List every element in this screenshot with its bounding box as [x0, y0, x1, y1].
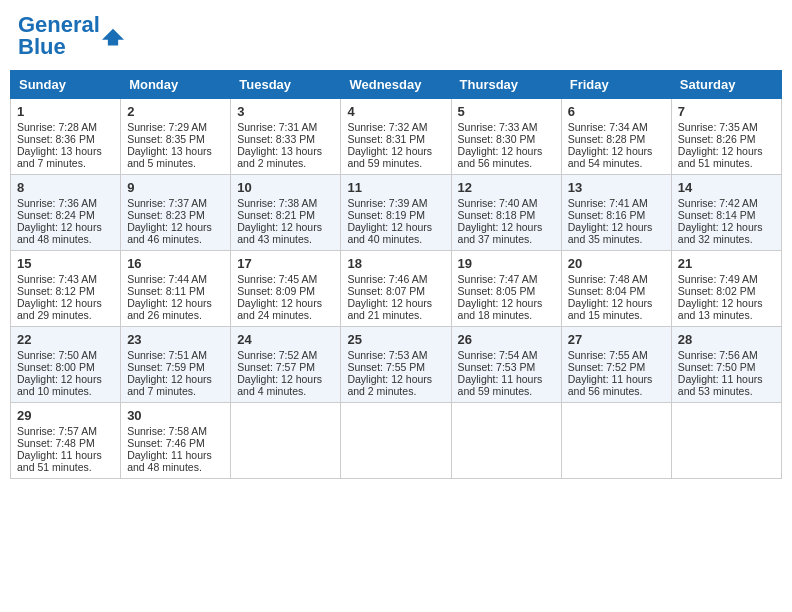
- calendar-cell: 5Sunrise: 7:33 AMSunset: 8:30 PMDaylight…: [451, 99, 561, 175]
- calendar-cell: 11Sunrise: 7:39 AMSunset: 8:19 PMDayligh…: [341, 175, 451, 251]
- sunset-text: Sunset: 8:36 PM: [17, 133, 114, 145]
- day-number: 2: [127, 104, 224, 119]
- day-number: 20: [568, 256, 665, 271]
- page-header: GeneralBlue: [10, 10, 782, 62]
- sunrise-text: Sunrise: 7:52 AM: [237, 349, 334, 361]
- day-number: 12: [458, 180, 555, 195]
- calendar-cell: 27Sunrise: 7:55 AMSunset: 7:52 PMDayligh…: [561, 327, 671, 403]
- svg-marker-0: [102, 29, 124, 46]
- col-header-tuesday: Tuesday: [231, 71, 341, 99]
- calendar-week-4: 22Sunrise: 7:50 AMSunset: 8:00 PMDayligh…: [11, 327, 782, 403]
- day-number: 14: [678, 180, 775, 195]
- calendar-cell: 24Sunrise: 7:52 AMSunset: 7:57 PMDayligh…: [231, 327, 341, 403]
- daylight-text: Daylight: 12 hours and 13 minutes.: [678, 297, 775, 321]
- logo-icon: [102, 25, 124, 47]
- calendar-cell: 12Sunrise: 7:40 AMSunset: 8:18 PMDayligh…: [451, 175, 561, 251]
- day-number: 22: [17, 332, 114, 347]
- day-number: 27: [568, 332, 665, 347]
- calendar-header-row: SundayMondayTuesdayWednesdayThursdayFrid…: [11, 71, 782, 99]
- calendar-cell: 1Sunrise: 7:28 AMSunset: 8:36 PMDaylight…: [11, 99, 121, 175]
- daylight-text: Daylight: 12 hours and 51 minutes.: [678, 145, 775, 169]
- calendar-week-5: 29Sunrise: 7:57 AMSunset: 7:48 PMDayligh…: [11, 403, 782, 479]
- sunrise-text: Sunrise: 7:54 AM: [458, 349, 555, 361]
- sunrise-text: Sunrise: 7:40 AM: [458, 197, 555, 209]
- col-header-sunday: Sunday: [11, 71, 121, 99]
- day-number: 21: [678, 256, 775, 271]
- calendar-cell: 9Sunrise: 7:37 AMSunset: 8:23 PMDaylight…: [121, 175, 231, 251]
- calendar-cell: 21Sunrise: 7:49 AMSunset: 8:02 PMDayligh…: [671, 251, 781, 327]
- day-number: 28: [678, 332, 775, 347]
- calendar-cell: [231, 403, 341, 479]
- daylight-text: Daylight: 13 hours and 5 minutes.: [127, 145, 224, 169]
- calendar-cell: 28Sunrise: 7:56 AMSunset: 7:50 PMDayligh…: [671, 327, 781, 403]
- sunset-text: Sunset: 8:09 PM: [237, 285, 334, 297]
- sunrise-text: Sunrise: 7:55 AM: [568, 349, 665, 361]
- sunrise-text: Sunrise: 7:44 AM: [127, 273, 224, 285]
- sunrise-text: Sunrise: 7:47 AM: [458, 273, 555, 285]
- calendar-cell: 4Sunrise: 7:32 AMSunset: 8:31 PMDaylight…: [341, 99, 451, 175]
- sunrise-text: Sunrise: 7:39 AM: [347, 197, 444, 209]
- calendar-cell: 26Sunrise: 7:54 AMSunset: 7:53 PMDayligh…: [451, 327, 561, 403]
- sunset-text: Sunset: 8:23 PM: [127, 209, 224, 221]
- day-number: 10: [237, 180, 334, 195]
- sunrise-text: Sunrise: 7:45 AM: [237, 273, 334, 285]
- sunset-text: Sunset: 8:31 PM: [347, 133, 444, 145]
- sunset-text: Sunset: 8:33 PM: [237, 133, 334, 145]
- sunrise-text: Sunrise: 7:50 AM: [17, 349, 114, 361]
- sunset-text: Sunset: 7:57 PM: [237, 361, 334, 373]
- sunset-text: Sunset: 8:26 PM: [678, 133, 775, 145]
- daylight-text: Daylight: 12 hours and 43 minutes.: [237, 221, 334, 245]
- daylight-text: Daylight: 12 hours and 35 minutes.: [568, 221, 665, 245]
- logo-text: GeneralBlue: [18, 14, 100, 58]
- sunset-text: Sunset: 7:46 PM: [127, 437, 224, 449]
- calendar-week-2: 8Sunrise: 7:36 AMSunset: 8:24 PMDaylight…: [11, 175, 782, 251]
- sunrise-text: Sunrise: 7:35 AM: [678, 121, 775, 133]
- sunset-text: Sunset: 8:18 PM: [458, 209, 555, 221]
- sunrise-text: Sunrise: 7:48 AM: [568, 273, 665, 285]
- daylight-text: Daylight: 12 hours and 7 minutes.: [127, 373, 224, 397]
- daylight-text: Daylight: 11 hours and 53 minutes.: [678, 373, 775, 397]
- sunset-text: Sunset: 8:00 PM: [17, 361, 114, 373]
- daylight-text: Daylight: 12 hours and 10 minutes.: [17, 373, 114, 397]
- daylight-text: Daylight: 12 hours and 15 minutes.: [568, 297, 665, 321]
- calendar-cell: 30Sunrise: 7:58 AMSunset: 7:46 PMDayligh…: [121, 403, 231, 479]
- calendar-cell: 23Sunrise: 7:51 AMSunset: 7:59 PMDayligh…: [121, 327, 231, 403]
- sunrise-text: Sunrise: 7:57 AM: [17, 425, 114, 437]
- col-header-thursday: Thursday: [451, 71, 561, 99]
- day-number: 25: [347, 332, 444, 347]
- sunrise-text: Sunrise: 7:49 AM: [678, 273, 775, 285]
- daylight-text: Daylight: 12 hours and 40 minutes.: [347, 221, 444, 245]
- calendar-cell: 29Sunrise: 7:57 AMSunset: 7:48 PMDayligh…: [11, 403, 121, 479]
- sunset-text: Sunset: 8:24 PM: [17, 209, 114, 221]
- sunset-text: Sunset: 8:30 PM: [458, 133, 555, 145]
- day-number: 16: [127, 256, 224, 271]
- sunset-text: Sunset: 7:59 PM: [127, 361, 224, 373]
- calendar-cell: 15Sunrise: 7:43 AMSunset: 8:12 PMDayligh…: [11, 251, 121, 327]
- calendar-cell: 3Sunrise: 7:31 AMSunset: 8:33 PMDaylight…: [231, 99, 341, 175]
- daylight-text: Daylight: 12 hours and 56 minutes.: [458, 145, 555, 169]
- day-number: 30: [127, 408, 224, 423]
- day-number: 19: [458, 256, 555, 271]
- daylight-text: Daylight: 12 hours and 4 minutes.: [237, 373, 334, 397]
- day-number: 17: [237, 256, 334, 271]
- calendar-cell: 14Sunrise: 7:42 AMSunset: 8:14 PMDayligh…: [671, 175, 781, 251]
- day-number: 26: [458, 332, 555, 347]
- calendar-cell: 10Sunrise: 7:38 AMSunset: 8:21 PMDayligh…: [231, 175, 341, 251]
- col-header-friday: Friday: [561, 71, 671, 99]
- calendar-cell: [561, 403, 671, 479]
- day-number: 4: [347, 104, 444, 119]
- day-number: 9: [127, 180, 224, 195]
- sunset-text: Sunset: 7:52 PM: [568, 361, 665, 373]
- daylight-text: Daylight: 12 hours and 18 minutes.: [458, 297, 555, 321]
- daylight-text: Daylight: 12 hours and 2 minutes.: [347, 373, 444, 397]
- col-header-wednesday: Wednesday: [341, 71, 451, 99]
- sunset-text: Sunset: 8:21 PM: [237, 209, 334, 221]
- calendar-cell: 6Sunrise: 7:34 AMSunset: 8:28 PMDaylight…: [561, 99, 671, 175]
- daylight-text: Daylight: 12 hours and 21 minutes.: [347, 297, 444, 321]
- day-number: 24: [237, 332, 334, 347]
- day-number: 1: [17, 104, 114, 119]
- day-number: 18: [347, 256, 444, 271]
- calendar-cell: 18Sunrise: 7:46 AMSunset: 8:07 PMDayligh…: [341, 251, 451, 327]
- sunrise-text: Sunrise: 7:29 AM: [127, 121, 224, 133]
- day-number: 23: [127, 332, 224, 347]
